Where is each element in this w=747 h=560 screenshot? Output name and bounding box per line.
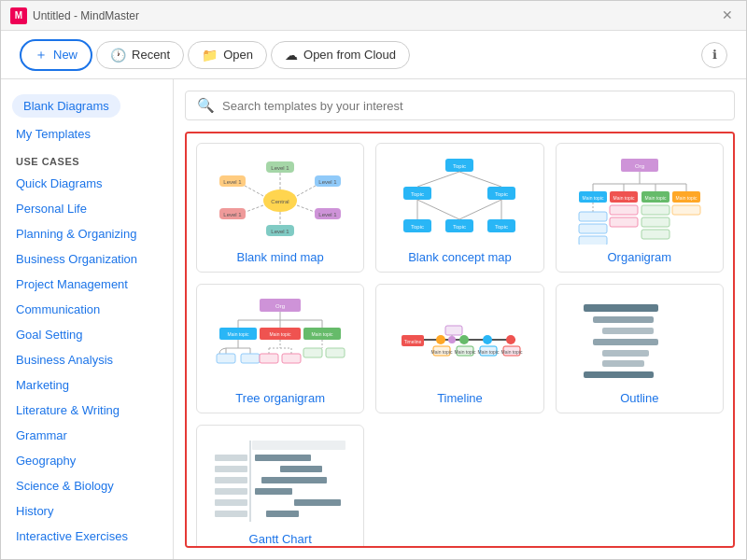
sidebar-item-history[interactable]: History	[1, 498, 173, 524]
timeline-preview: Timeline Main topic Main topic Main topi…	[384, 292, 535, 385]
blank-mind-map-label: Blank mind map	[237, 250, 324, 264]
svg-text:Org: Org	[275, 303, 285, 309]
open-cloud-button[interactable]: ☁ Open from Cloud	[271, 41, 410, 69]
svg-text:Topic: Topic	[411, 224, 424, 230]
svg-text:Main topic: Main topic	[501, 349, 523, 355]
sidebar-item-marketing[interactable]: Marketing	[1, 372, 173, 398]
sidebar-item-business-analysis[interactable]: Business Analysis	[1, 347, 173, 372]
sidebar-item-quick-diagrams[interactable]: Quick Diagrams	[1, 171, 173, 196]
my-templates-item[interactable]: My Templates	[1, 121, 173, 147]
template-organigram[interactable]: Org Main topic Main topic	[556, 143, 724, 273]
svg-rect-114	[602, 350, 649, 357]
gantt-chart-preview	[204, 433, 356, 526]
svg-rect-129	[266, 511, 299, 517]
organigram-label: Organigram	[608, 250, 672, 264]
sidebar-item-communication[interactable]: Communication	[1, 297, 173, 322]
outline-label: Outline	[620, 391, 658, 405]
template-blank-concept-map[interactable]: Topic Topic Topic Topic Topic Topic	[375, 143, 543, 273]
sidebar-item-interactive-exercises[interactable]: Interactive Exercises	[1, 524, 173, 549]
template-tree-organigram[interactable]: Org Main topic Main topic	[196, 284, 364, 413]
timeline-label: Timeline	[437, 391, 483, 405]
open-button[interactable]: 📁 Open	[188, 41, 267, 69]
svg-rect-61	[641, 217, 669, 227]
svg-line-37	[459, 200, 501, 219]
svg-rect-127	[255, 488, 292, 495]
svg-rect-63	[672, 205, 700, 215]
sidebar-item-geography[interactable]: Geography	[1, 448, 173, 473]
sidebar: Blank Diagrams My Templates USE CASES Qu…	[1, 79, 174, 559]
info-button[interactable]: ℹ	[701, 42, 727, 68]
svg-text:Topic: Topic	[495, 191, 508, 197]
svg-rect-55	[579, 212, 607, 221]
svg-rect-108	[445, 326, 462, 335]
svg-rect-123	[215, 511, 247, 517]
svg-line-33	[459, 172, 501, 187]
tree-organigram-preview: Org Main topic Main topic	[204, 292, 356, 385]
svg-text:Level 1: Level 1	[223, 212, 242, 217]
svg-text:Central: Central	[271, 199, 289, 204]
svg-rect-120	[215, 477, 247, 483]
template-gantt-chart[interactable]: Gantt Chart	[196, 425, 364, 548]
sidebar-item-project-management[interactable]: Project Management	[1, 272, 173, 297]
svg-rect-81	[217, 354, 235, 363]
clock-icon: 🕐	[110, 48, 126, 63]
sidebar-item-literature-writing[interactable]: Literature & Writing	[1, 398, 173, 423]
search-input[interactable]	[222, 99, 723, 113]
search-icon: 🔍	[197, 97, 215, 114]
svg-text:Main topic: Main topic	[228, 331, 249, 337]
svg-rect-124	[255, 455, 311, 461]
svg-rect-59	[610, 217, 638, 227]
sidebar-item-goal-setting[interactable]: Goal Setting	[1, 322, 173, 347]
svg-text:Timeline: Timeline	[404, 339, 422, 344]
title-bar-left: M Untitled - MindMaster	[10, 7, 139, 24]
svg-text:Topic: Topic	[453, 163, 466, 169]
close-button[interactable]: ✕	[722, 8, 737, 23]
svg-text:Main topic: Main topic	[455, 349, 476, 355]
template-blank-mind-map[interactable]: Central Level 1 Level 1 Level 1	[196, 143, 364, 273]
svg-point-95	[436, 335, 445, 344]
svg-rect-91	[326, 348, 345, 357]
svg-point-107	[448, 336, 456, 343]
svg-point-101	[483, 335, 492, 344]
svg-rect-60	[641, 205, 669, 215]
template-timeline[interactable]: Timeline Main topic Main topic Main topi…	[375, 284, 543, 413]
svg-text:Main topic: Main topic	[582, 195, 603, 201]
blank-concept-map-label: Blank concept map	[408, 250, 512, 264]
svg-text:Topic: Topic	[453, 224, 466, 230]
svg-text:Main topic: Main topic	[270, 331, 291, 337]
svg-rect-90	[303, 348, 322, 357]
template-outline[interactable]: Outline	[556, 284, 724, 413]
main-window: M Untitled - MindMaster ✕ ＋ New 🕐 Recent…	[0, 0, 747, 560]
sidebar-item-grammar[interactable]: Grammar	[1, 423, 173, 448]
svg-rect-121	[215, 488, 247, 495]
tree-organigram-label: Tree organigram	[235, 391, 325, 405]
sidebar-item-personal-life[interactable]: Personal Life	[1, 196, 173, 221]
folder-icon: 📁	[202, 48, 218, 63]
svg-rect-58	[610, 205, 638, 215]
templates-grid: Central Level 1 Level 1 Level 1	[185, 132, 735, 548]
svg-rect-62	[641, 230, 669, 239]
svg-text:Level 1: Level 1	[271, 165, 289, 171]
blank-diagrams-button[interactable]: Blank Diagrams	[12, 94, 120, 118]
recent-button[interactable]: 🕐 Recent	[96, 41, 184, 69]
svg-rect-116	[584, 371, 654, 378]
svg-rect-128	[294, 499, 341, 506]
svg-rect-118	[215, 455, 247, 461]
sidebar-item-science-biology[interactable]: Science & Biology	[1, 473, 173, 498]
info-icon: ℹ	[712, 48, 717, 62]
sidebar-item-planning[interactable]: Planning & Organizing	[1, 221, 173, 246]
svg-text:Topic: Topic	[495, 224, 508, 230]
svg-text:Level 1: Level 1	[271, 229, 289, 234]
window-title: Untitled - MindMaster	[33, 9, 139, 22]
sidebar-item-business-organization[interactable]: Business Organization	[1, 246, 173, 272]
use-cases-label: USE CASES	[1, 147, 173, 171]
svg-rect-111	[593, 316, 654, 323]
app-icon: M	[10, 7, 27, 24]
search-bar: 🔍	[185, 91, 735, 120]
svg-rect-56	[579, 224, 607, 233]
svg-rect-126	[261, 477, 327, 483]
svg-rect-113	[593, 339, 658, 345]
title-bar: M Untitled - MindMaster ✕	[1, 1, 746, 31]
new-button[interactable]: ＋ New	[20, 39, 92, 71]
svg-line-35	[417, 200, 459, 219]
